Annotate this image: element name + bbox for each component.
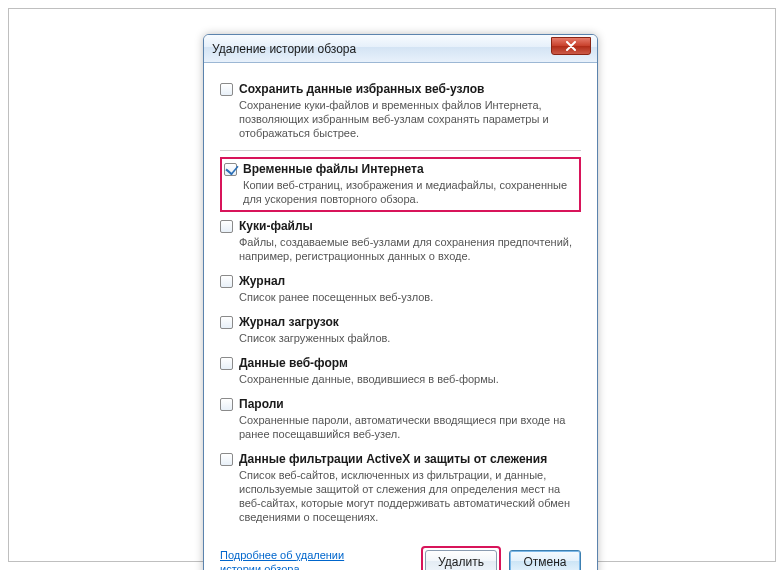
- option-label: Пароли: [239, 396, 581, 412]
- close-icon: [566, 41, 576, 51]
- option-label: Сохранить данные избранных веб-узлов: [239, 81, 581, 97]
- dialog-footer: Подробнее об удалении истории обзора Уда…: [204, 536, 597, 570]
- option-desc: Список загруженных файлов.: [239, 331, 581, 345]
- checkbox-icon[interactable]: [220, 275, 233, 288]
- delete-button[interactable]: Удалить: [425, 550, 497, 570]
- help-link[interactable]: Подробнее об удалении истории обзора: [220, 548, 370, 571]
- option-text: Пароли Сохраненные пароли, автоматически…: [239, 396, 581, 441]
- option-desc: Список ранее посещенных веб-узлов.: [239, 290, 581, 304]
- option-text: Журнал загрузок Список загруженных файло…: [239, 314, 581, 345]
- checkbox-icon[interactable]: [220, 453, 233, 466]
- option-text: Данные веб-форм Сохраненные данные, ввод…: [239, 355, 581, 386]
- option-text: Куки-файлы Файлы, создаваемые веб-узлами…: [239, 218, 581, 263]
- checkbox-icon[interactable]: [220, 220, 233, 233]
- delete-button-highlight: Удалить: [421, 546, 501, 570]
- option-preserve-favorites[interactable]: Сохранить данные избранных веб-узлов Сох…: [220, 77, 581, 146]
- option-label: Журнал загрузок: [239, 314, 581, 330]
- option-form-data[interactable]: Данные веб-форм Сохраненные данные, ввод…: [220, 351, 581, 392]
- option-desc: Список веб-сайтов, исключенных из фильтр…: [239, 468, 581, 524]
- checkbox-icon[interactable]: [220, 357, 233, 370]
- option-label: Куки-файлы: [239, 218, 581, 234]
- option-cookies[interactable]: Куки-файлы Файлы, создаваемые веб-узлами…: [220, 214, 581, 269]
- option-passwords[interactable]: Пароли Сохраненные пароли, автоматически…: [220, 392, 581, 447]
- checkbox-icon[interactable]: [220, 398, 233, 411]
- checkbox-icon[interactable]: [220, 316, 233, 329]
- titlebar: Удаление истории обзора: [204, 35, 597, 63]
- option-desc: Сохраненные пароли, автоматически вводящ…: [239, 413, 581, 441]
- dialog-title: Удаление истории обзора: [212, 42, 356, 56]
- close-button[interactable]: [551, 37, 591, 55]
- option-text: Данные фильтрации ActiveX и защиты от сл…: [239, 451, 581, 524]
- option-desc: Копии веб-страниц, изображения и медиафа…: [243, 178, 577, 206]
- option-desc: Файлы, создаваемые веб-узлами для сохран…: [239, 235, 581, 263]
- option-text: Временные файлы Интернета Копии веб-стра…: [243, 161, 577, 206]
- option-history[interactable]: Журнал Список ранее посещенных веб-узлов…: [220, 269, 581, 310]
- option-label: Временные файлы Интернета: [243, 161, 577, 177]
- cancel-button[interactable]: Отмена: [509, 550, 581, 570]
- page-frame: Удаление истории обзора Сохранить данные…: [8, 8, 776, 562]
- option-text: Сохранить данные избранных веб-узлов Сох…: [239, 81, 581, 140]
- checkbox-icon[interactable]: [224, 163, 237, 176]
- separator: [220, 150, 581, 151]
- option-desc: Сохраненные данные, вводившиеся в веб-фо…: [239, 372, 581, 386]
- option-desc: Сохранение куки-файлов и временных файло…: [239, 98, 581, 140]
- checkbox-icon[interactable]: [220, 83, 233, 96]
- option-download-history[interactable]: Журнал загрузок Список загруженных файло…: [220, 310, 581, 351]
- option-label: Данные фильтрации ActiveX и защиты от сл…: [239, 451, 581, 467]
- option-text: Журнал Список ранее посещенных веб-узлов…: [239, 273, 581, 304]
- option-temp-internet-files[interactable]: Временные файлы Интернета Копии веб-стра…: [220, 157, 581, 212]
- delete-history-dialog: Удаление истории обзора Сохранить данные…: [203, 34, 598, 570]
- options-area: Сохранить данные избранных веб-узлов Сох…: [204, 63, 597, 536]
- option-activex-tracking[interactable]: Данные фильтрации ActiveX и защиты от сл…: [220, 447, 581, 530]
- option-label: Журнал: [239, 273, 581, 289]
- option-label: Данные веб-форм: [239, 355, 581, 371]
